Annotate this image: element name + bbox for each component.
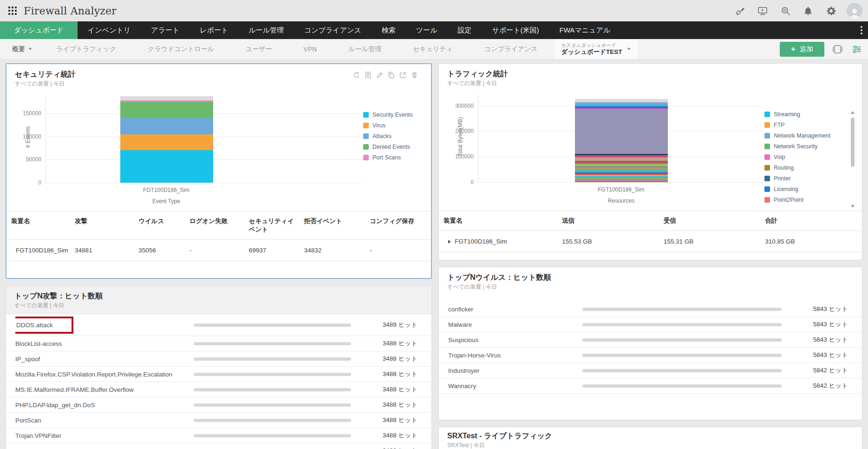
subnav-item[interactable]: 概要 — [0, 39, 40, 59]
apps-grid-icon[interactable] — [7, 6, 18, 16]
virus-row[interactable]: Malware 5843 ヒット — [439, 317, 862, 332]
copy-icon[interactable] — [388, 72, 395, 79]
attack-row[interactable]: Trojan.VPNFilter 3488 ヒット — [6, 428, 431, 443]
presentation-icon[interactable] — [757, 6, 768, 16]
edit-icon[interactable] — [376, 72, 383, 79]
search-icon[interactable] — [780, 6, 790, 16]
attack-row[interactable]: DDOS.attack 3489 ヒット — [6, 314, 431, 336]
user-avatar[interactable] — [847, 3, 862, 19]
subnav-item[interactable]: VPN — [288, 39, 333, 59]
virus-row[interactable]: Trojan-Horse-Virus 5843 ヒット — [439, 348, 862, 363]
security-stacked-bar[interactable] — [120, 95, 213, 183]
nav-tab-label: インベントリ — [88, 26, 131, 35]
custom-dashboard-tab[interactable]: カスタムダッシュボード ダッシュボードTEST — [554, 39, 639, 59]
subnav-item[interactable]: ライブトラフィック — [40, 39, 132, 59]
virus-row[interactable]: Industroyer 5842 ヒット — [439, 363, 862, 378]
legend-item[interactable]: Routing — [764, 165, 847, 171]
bell-icon[interactable] — [803, 6, 813, 16]
x-category-label: FGT100D186_Sim — [143, 187, 189, 193]
hit-bar-track — [194, 403, 351, 407]
widget-top-attacks[interactable]: トップN攻撃：ヒット数順 すべての装置 | 今日 DDOS.attack 348… — [6, 285, 432, 449]
cell-logon-failures: - — [185, 240, 244, 261]
attack-row[interactable]: Adobe.Reader.XFA.Information.Disclosure … — [6, 443, 431, 449]
expand-row-icon[interactable] — [448, 240, 451, 244]
attack-row[interactable]: PortScan 3488 ヒット — [6, 413, 431, 428]
table-row[interactable]: FGT100D186_Sim 155.53 GB 155.31 GB 310.8… — [439, 231, 862, 252]
nav-tab[interactable]: 検索 — [372, 21, 406, 39]
tick-label: 100000 — [455, 153, 474, 160]
traffic-stacked-bar[interactable] — [575, 94, 668, 182]
delete-icon[interactable] — [411, 72, 418, 79]
subnav-item[interactable]: ルール管理 — [333, 39, 397, 59]
legend-item[interactable]: Streaming — [764, 111, 847, 118]
subnav-item[interactable]: セキュリティ — [397, 39, 469, 59]
top-bar-left: Firewall Analyzer — [7, 5, 117, 17]
attack-row[interactable]: PHP.LDAP.ldap_get_dn.DoS 3488 ヒット — [6, 397, 431, 413]
cell-attacks: 34881 — [70, 240, 134, 261]
legend-item[interactable]: Attacks — [363, 133, 424, 139]
virus-row[interactable]: Wannacry 5842 ヒット — [439, 378, 862, 394]
filter-sliders-icon[interactable] — [850, 43, 863, 56]
nav-tab[interactable]: コンプライアンス — [294, 21, 372, 39]
nav-overflow-kebab-icon[interactable] — [855, 21, 868, 39]
nav-tab[interactable]: ツール — [406, 21, 448, 39]
tick-label: 100000 — [23, 133, 41, 140]
refresh-icon[interactable] — [353, 72, 360, 79]
legend-item[interactable]: Denied Events — [363, 144, 424, 150]
plot-area: 0 50000 100000 150000 FGT100D186_Sim Eve… — [46, 95, 363, 205]
add-widget-button[interactable]: + 追加 — [780, 42, 824, 57]
nav-tab[interactable]: FWAマニュアル — [549, 21, 621, 39]
legend-item[interactable]: Licensing — [764, 186, 847, 192]
legend-label: Network Management — [774, 132, 830, 139]
nav-tab[interactable]: ルール管理 — [238, 21, 294, 39]
layout-copy-icon[interactable] — [831, 43, 844, 56]
cell-denied-events: 34832 — [300, 240, 365, 261]
hit-bar-track — [194, 342, 351, 345]
nav-tab[interactable]: 設定 — [448, 21, 482, 39]
chevron-down-icon — [28, 48, 32, 50]
attack-name: DDOS.attack — [15, 317, 194, 334]
subnav-item[interactable]: ユーザー — [230, 39, 288, 59]
legend-item[interactable]: Point2Point — [764, 197, 847, 203]
attack-row[interactable]: BlockList-access 3488 ヒット — [6, 336, 431, 351]
nav-tab[interactable]: インベントリ — [78, 21, 141, 39]
scroll-up-icon[interactable] — [851, 111, 855, 114]
hit-bar-track — [194, 434, 351, 437]
scrollbar-thumb[interactable] — [851, 118, 855, 167]
rocket-icon[interactable] — [735, 6, 745, 16]
table-row[interactable]: FGT100D186_Sim 34881 35056 - 69937 34832… — [7, 240, 431, 261]
widget-srxtest-live-traffic[interactable]: SRXTest - ライブトラフィック SRXTest | 今日 — [438, 427, 862, 449]
nav-tab[interactable]: アラート — [141, 21, 189, 39]
widget-traffic-stats[interactable]: トラフィック統計 すべての装置 | 今日 Total Bytes(MB) 0 1… — [438, 63, 862, 260]
attack-name-box: MS.IE.Malformed.IFRAME.Buffer.Overflow — [15, 386, 134, 393]
widget-top-viruses[interactable]: トップNウイルス：ヒット数順 すべての装置 | 今日 conficker 584… — [438, 267, 862, 420]
legend-item[interactable]: FTP — [764, 122, 847, 128]
bar-segment — [575, 181, 668, 182]
legend-item[interactable]: Virus — [363, 122, 424, 129]
legend-item[interactable]: Printer — [764, 175, 847, 182]
subnav-item[interactable]: クラウドコントロール — [132, 39, 230, 59]
legend-item[interactable]: Network Management — [764, 132, 847, 139]
legend-scrollbar[interactable] — [850, 111, 855, 208]
legend-item[interactable]: Security Events — [363, 112, 424, 118]
virus-row[interactable]: Suspicious 5843 ヒット — [439, 332, 862, 348]
nav-tab[interactable]: ダッシュボード — [0, 21, 78, 39]
nav-tab[interactable]: サポート(米国) — [482, 21, 549, 39]
nav-tab[interactable]: レポート — [189, 21, 238, 39]
attack-row[interactable]: IP_spoof 3488 ヒット — [6, 351, 431, 367]
export-report-icon[interactable] — [365, 72, 372, 79]
scroll-down-icon[interactable] — [851, 205, 855, 208]
subnav-item[interactable]: コンプライアンス — [469, 39, 554, 59]
hit-count: 3488 ヒット — [359, 401, 418, 409]
virus-name: Trojan-Horse-Virus — [448, 352, 582, 359]
widget-security-stats[interactable]: セキュリティ統計 すべての装置 | 今日 # Events — [6, 63, 432, 279]
legend-item[interactable]: Voip — [764, 154, 847, 160]
attack-row[interactable]: Mozilla.Firefox.CSP.Violation.Report.Pri… — [6, 367, 431, 382]
legend-item[interactable]: Port Scans — [363, 154, 424, 161]
open-in-new-icon[interactable] — [399, 72, 406, 79]
gear-icon[interactable] — [826, 6, 836, 16]
virus-row[interactable]: conficker 5843 ヒット — [439, 302, 862, 317]
security-chart-legend: Security Events Virus Attacks Denied Eve… — [363, 95, 424, 205]
attack-row[interactable]: MS.IE.Malformed.IFRAME.Buffer.Overflow 3… — [6, 382, 431, 397]
legend-item[interactable]: Network Security — [764, 143, 847, 150]
